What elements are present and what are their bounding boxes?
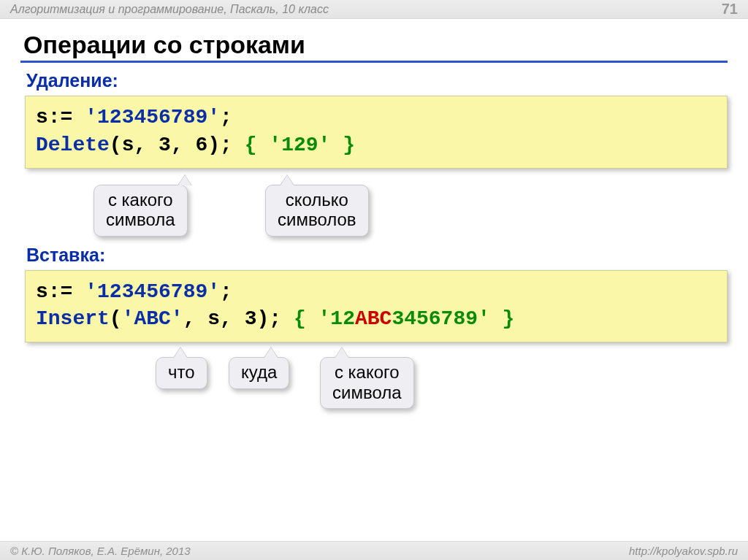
- code-comment-highlight: ABC: [355, 307, 392, 330]
- code-paren-close: );: [207, 134, 244, 156]
- code-paren-close: );: [257, 307, 294, 330]
- code-var: s: [36, 106, 48, 129]
- code-semicolon: ;: [220, 280, 232, 303]
- code-paren-open: (: [110, 134, 122, 156]
- callouts-delete: с какогосимвола сколькосимволов: [20, 169, 728, 249]
- section-heading-delete: Удаление:: [26, 70, 728, 91]
- callout-text: сколькосимволов: [278, 190, 356, 230]
- footer-copyright: © К.Ю. Поляков, Е.А. Ерёмин, 2013: [10, 545, 191, 557]
- code-block-delete: s:= '123456789'; Delete(s, 3, 6); { '129…: [25, 96, 728, 169]
- code-arg: 3: [245, 307, 257, 330]
- code-arg: s: [207, 307, 220, 330]
- code-proc-delete: Delete: [36, 134, 110, 156]
- code-sep: ,: [171, 134, 196, 156]
- code-block-insert: s:= '123456789'; Insert('ABC', s, 3); { …: [25, 270, 728, 343]
- header-bar: Алгоритмизация и программирование, Паска…: [0, 0, 748, 19]
- callouts-insert: что куда с какогосимвола: [20, 342, 728, 437]
- footer-url: http://kpolyakov.spb.ru: [629, 545, 738, 557]
- code-string-literal: '123456789': [85, 106, 220, 129]
- code-comment-post: 3456789: [392, 307, 478, 330]
- code-arg-string: 'ABC': [122, 307, 183, 330]
- breadcrumb: Алгоритмизация и программирование, Паска…: [10, 3, 329, 16]
- code-sep: ,: [134, 134, 159, 156]
- code-sep: ,: [183, 307, 208, 330]
- code-assign: :=: [48, 280, 85, 303]
- code-proc-insert: Insert: [36, 307, 110, 330]
- code-arg: 6: [195, 134, 207, 156]
- code-comment-pre: 12: [330, 307, 355, 330]
- page-title: Операции со строками: [23, 31, 728, 59]
- callout-from-which-char: с какогосимвола: [320, 357, 414, 409]
- code-var: s: [36, 280, 48, 303]
- page-number: 71: [722, 1, 738, 18]
- code-comment: { '129' }: [245, 134, 355, 156]
- slide-content: Операции со строками Удаление: s:= '1234…: [0, 19, 748, 437]
- callout-text: с какогосимвола: [106, 190, 175, 230]
- callout-text: с какогосимвола: [332, 362, 402, 402]
- code-string-literal: '123456789': [85, 280, 220, 303]
- callout-where: куда: [229, 357, 289, 389]
- callout-from-which-char: с какогосимвола: [94, 185, 188, 237]
- code-semicolon: ;: [220, 106, 232, 129]
- code-comment-close: ' }: [478, 307, 514, 330]
- callout-text: куда: [241, 362, 277, 382]
- callout-how-many-chars: сколькосимволов: [265, 185, 369, 237]
- code-paren-open: (: [110, 307, 122, 330]
- code-sep: ,: [220, 307, 245, 330]
- footer-bar: © К.Ю. Поляков, Е.А. Ерёмин, 2013 http:/…: [0, 541, 748, 560]
- code-arg: 3: [159, 134, 171, 156]
- code-comment-open: { ': [294, 307, 330, 330]
- code-arg: s: [122, 134, 134, 156]
- callout-text: что: [168, 362, 195, 382]
- callout-what: что: [156, 357, 207, 389]
- code-assign: :=: [48, 106, 85, 129]
- title-underline: [20, 61, 728, 63]
